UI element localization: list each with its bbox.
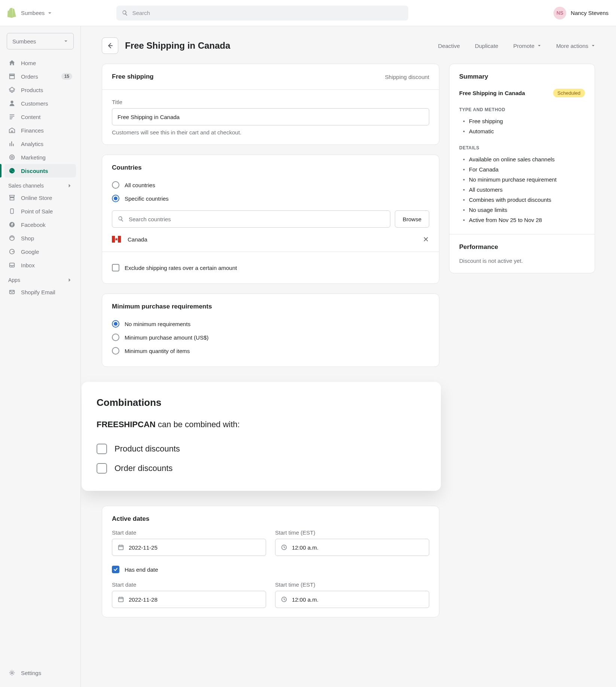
status-badge: Scheduled bbox=[553, 89, 585, 97]
title-field-label: Title bbox=[112, 99, 429, 105]
performance-text: Discount is not active yet. bbox=[459, 258, 585, 264]
combinations-section: Combinations FREESHIPCAN can be combined… bbox=[92, 377, 451, 496]
end-date-input[interactable]: 2022-11-28 bbox=[112, 591, 266, 608]
sidebar-item-analytics[interactable]: Analytics bbox=[4, 137, 76, 151]
sidebar-item-google[interactable]: Google bbox=[4, 245, 76, 258]
list-item: No minimum purchase requirement bbox=[459, 174, 585, 185]
facebook-icon bbox=[8, 221, 16, 228]
sidebar-item-label: Google bbox=[21, 249, 39, 255]
checkbox-icon bbox=[97, 444, 107, 454]
checkbox-order-discounts[interactable]: Order discounts bbox=[97, 459, 426, 478]
remove-country-button[interactable] bbox=[423, 236, 429, 243]
sidebar-item-label: Home bbox=[21, 60, 36, 66]
user-name: Nancy Stevens bbox=[571, 10, 609, 16]
chevron-right-icon bbox=[67, 183, 72, 188]
content-icon bbox=[8, 113, 16, 121]
end-time-input[interactable]: 12:00 a.m. bbox=[275, 591, 429, 608]
deactive-button[interactable]: Deactive bbox=[438, 43, 460, 49]
search-input[interactable] bbox=[132, 10, 403, 16]
orders-badge: 15 bbox=[61, 73, 72, 80]
radio-min-qty[interactable]: Minimum quantity of items bbox=[112, 344, 429, 358]
radio-icon bbox=[112, 347, 119, 355]
store-switcher[interactable]: Sumbees bbox=[7, 8, 52, 18]
summary-type-list: Free shippingAutomatic bbox=[459, 116, 585, 136]
sidebar-item-marketing[interactable]: Marketing bbox=[4, 151, 76, 164]
summary-title: Summary bbox=[459, 73, 585, 80]
title-help-text: Customers will see this in their cart an… bbox=[112, 129, 429, 136]
sidebar-item-label: Marketing bbox=[21, 154, 46, 161]
inbox-icon bbox=[8, 261, 16, 269]
sidebar-item-label: Products bbox=[21, 87, 43, 93]
radio-icon bbox=[112, 320, 119, 328]
radio-specific-countries[interactable]: Specific countries bbox=[112, 192, 429, 205]
countries-card: Countries All countries Specific countri… bbox=[102, 155, 439, 284]
sidebar-item-finances[interactable]: Finances bbox=[4, 124, 76, 137]
sidebar-item-content[interactable]: Content bbox=[4, 110, 76, 124]
sidebar-item-orders[interactable]: Orders 15 bbox=[4, 70, 76, 83]
analytics-icon bbox=[8, 140, 16, 148]
user-menu[interactable]: NS Nancy Stevens bbox=[554, 7, 609, 19]
sidebar-item-customers[interactable]: Customers bbox=[4, 97, 76, 110]
global-search[interactable] bbox=[116, 6, 408, 21]
search-countries-field[interactable] bbox=[112, 210, 390, 228]
section-sales-channels[interactable]: Sales channels bbox=[4, 177, 76, 191]
start-date-input[interactable]: 2022-11-25 bbox=[112, 539, 266, 556]
topbar: Sumbees NS Nancy Stevens bbox=[0, 0, 616, 26]
shop-icon bbox=[8, 234, 16, 242]
sidebar-item-discounts[interactable]: Discounts bbox=[4, 164, 76, 177]
search-countries-input[interactable] bbox=[129, 216, 385, 222]
exclude-rates-checkbox[interactable]: Exclude shipping rates over a certain am… bbox=[112, 261, 429, 274]
start-time-input[interactable]: 12:00 a.m. bbox=[275, 539, 429, 556]
svg-point-2 bbox=[9, 168, 15, 173]
sidebar-item-settings[interactable]: Settings bbox=[4, 666, 76, 680]
marketing-icon bbox=[8, 153, 16, 161]
card-title: Countries bbox=[112, 164, 429, 171]
sidebar-item-online-store[interactable]: Online Store bbox=[4, 191, 76, 204]
summary-name: Free Shipping in Canada bbox=[459, 90, 525, 96]
list-item: Free shipping bbox=[459, 116, 585, 126]
sidebar-item-label: Inbox bbox=[21, 262, 35, 268]
end-time-label: Start time (EST) bbox=[275, 581, 429, 588]
sidebar-item-pos[interactable]: Point of Sale bbox=[4, 204, 76, 218]
calendar-icon bbox=[118, 596, 124, 603]
sidebar-item-label: Shop bbox=[21, 235, 34, 241]
radio-min-amount[interactable]: Minimum purchase amount (US$) bbox=[112, 331, 429, 344]
list-item: Combines with product discounts bbox=[459, 195, 585, 205]
duplicate-button[interactable]: Duplicate bbox=[475, 43, 498, 49]
sidebar-item-home[interactable]: Home bbox=[4, 56, 76, 70]
svg-rect-3 bbox=[10, 209, 13, 214]
checkbox-product-discounts[interactable]: Product discounts bbox=[97, 439, 426, 459]
store-select-label: Sumbees bbox=[12, 38, 36, 45]
browse-button[interactable]: Browse bbox=[395, 210, 429, 228]
sidebar-item-inbox[interactable]: Inbox bbox=[4, 258, 76, 272]
more-actions-button[interactable]: More actions bbox=[556, 43, 595, 49]
home-icon bbox=[8, 59, 16, 67]
promote-button[interactable]: Promote bbox=[513, 43, 541, 49]
summary-card: Summary Free Shipping in Canada Schedule… bbox=[449, 64, 595, 273]
list-item: Available on online sales channels bbox=[459, 154, 585, 164]
sidebar-item-label: Shopify Email bbox=[21, 289, 55, 295]
has-end-date-checkbox[interactable]: Has end date bbox=[112, 563, 429, 576]
radio-no-min[interactable]: No minimum requirements bbox=[112, 317, 429, 331]
section-apps[interactable]: Apps bbox=[4, 272, 76, 285]
sidebar-item-facebook[interactable]: Facebook bbox=[4, 218, 76, 231]
calendar-icon bbox=[118, 544, 124, 551]
combos-subtitle: FREESHIPCAN can be combined with: bbox=[97, 420, 426, 429]
end-date-label: Start date bbox=[112, 581, 266, 588]
sidebar-item-shop[interactable]: Shop bbox=[4, 231, 76, 245]
free-shipping-card: Free shipping Shipping discount Title Cu… bbox=[102, 64, 439, 145]
customers-icon bbox=[8, 100, 16, 107]
caret-down-icon bbox=[48, 11, 52, 15]
radio-icon bbox=[112, 334, 119, 341]
pos-icon bbox=[8, 207, 16, 215]
caret-down-icon bbox=[537, 44, 541, 48]
title-input[interactable] bbox=[112, 108, 429, 125]
list-item: For Canada bbox=[459, 164, 585, 174]
sidebar-item-products[interactable]: Products bbox=[4, 83, 76, 97]
radio-all-countries[interactable]: All countries bbox=[112, 178, 429, 192]
checkbox-icon bbox=[97, 463, 107, 474]
store-select[interactable]: Sumbees bbox=[7, 33, 74, 49]
back-button[interactable] bbox=[102, 37, 118, 54]
sidebar-item-shopify-email[interactable]: Shopify Email bbox=[4, 285, 76, 299]
google-icon bbox=[8, 248, 16, 255]
